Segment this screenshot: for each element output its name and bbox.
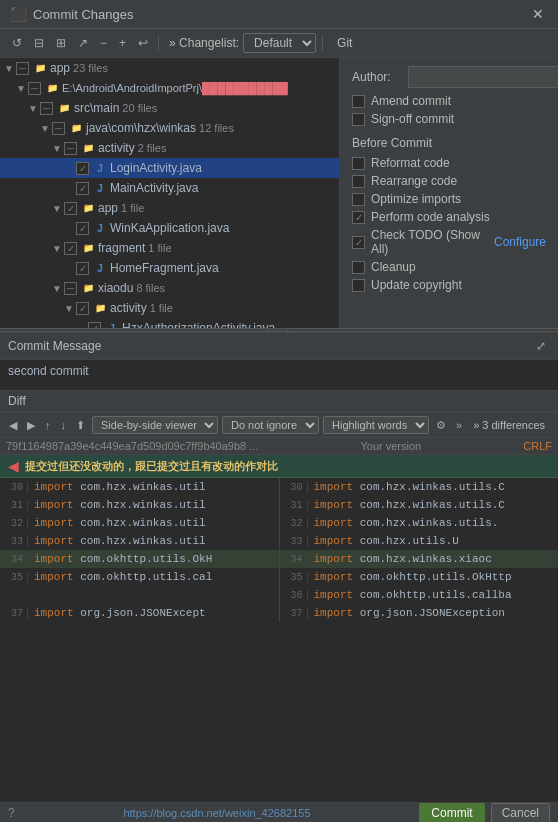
folder-icon-src: 📁 bbox=[57, 101, 71, 115]
checkbox-app1[interactable] bbox=[64, 202, 77, 215]
checkbox-activity[interactable] bbox=[64, 142, 77, 155]
checkbox-xiaodu[interactable] bbox=[64, 282, 77, 295]
cleanup-checkbox[interactable] bbox=[352, 261, 365, 274]
tree-item-app1[interactable]: ▼ 📁 app 1 file bbox=[0, 198, 339, 218]
checkbox-frag1[interactable] bbox=[64, 242, 77, 255]
folder-icon-activity: 📁 bbox=[81, 141, 95, 155]
diff-left-row-8: 37 import org.json.JSONExcept bbox=[0, 604, 279, 622]
minus-button[interactable]: − bbox=[96, 34, 111, 52]
diff-left-row-6: 35 import com.okhttp.utils.cal bbox=[0, 568, 279, 586]
tree-item-main[interactable]: J MainActivity.java bbox=[0, 178, 339, 198]
tree-item-app[interactable]: ▼ 📁 app 23 files bbox=[0, 58, 339, 78]
diff-highlight-dropdown[interactable]: Highlight words bbox=[323, 416, 429, 434]
line-num-l4: 33 bbox=[4, 536, 28, 547]
commit-message-body[interactable]: second commit bbox=[0, 360, 558, 390]
close-button[interactable]: ✕ bbox=[528, 6, 548, 22]
diff-text-r6: import com.okhttp.utils.OkHttp bbox=[314, 571, 512, 583]
folder-icon-app1: 📁 bbox=[81, 201, 95, 215]
refresh-button[interactable]: ↺ bbox=[8, 34, 26, 52]
diff-viewer-dropdown[interactable]: Side-by-side viewer bbox=[92, 416, 218, 434]
signoff-checkbox[interactable] bbox=[352, 113, 365, 126]
checkbox-home[interactable] bbox=[76, 262, 89, 275]
diff-text-l3: import com.hzx.winkas.util bbox=[34, 517, 206, 529]
window-icon: ⬛ bbox=[10, 6, 27, 22]
plus-button[interactable]: + bbox=[115, 34, 130, 52]
diff-count: » 3 differences bbox=[473, 419, 545, 431]
copyright-checkbox[interactable] bbox=[352, 279, 365, 292]
author-input[interactable] bbox=[408, 66, 558, 88]
copyright-label: Update copyright bbox=[371, 278, 462, 292]
checkbox-hzxauth[interactable] bbox=[88, 322, 101, 329]
signoff-label: Sign-off commit bbox=[371, 112, 454, 126]
window-title: Commit Changes bbox=[33, 7, 133, 22]
tree-item-android[interactable]: ▼ 📁 E:\Android\AndroidImportPrj\████████… bbox=[0, 78, 339, 98]
diff-left-panel: 30 import com.hzx.winkas.util 31 import … bbox=[0, 478, 280, 622]
commit-msg-expand-btn[interactable]: ⤢ bbox=[532, 337, 550, 355]
diff-down-btn[interactable]: ↓ bbox=[58, 418, 70, 432]
item-count-app: 23 files bbox=[73, 62, 108, 74]
move-button[interactable]: ↗ bbox=[74, 34, 92, 52]
tree-item-login[interactable]: J LoginActivity.java bbox=[0, 158, 339, 178]
line-num-l6: 35 bbox=[4, 572, 28, 583]
tree-item-home[interactable]: J HomeFragment.java bbox=[0, 258, 339, 278]
undo-button[interactable]: ↩ bbox=[134, 34, 152, 52]
annotation-arrow-3: ◀ bbox=[8, 458, 19, 474]
diff-settings-btn[interactable]: ⚙ bbox=[433, 418, 449, 433]
checkbox-main[interactable] bbox=[76, 182, 89, 195]
expand-arrow-android: ▼ bbox=[16, 83, 26, 94]
todo-checkbox[interactable] bbox=[352, 236, 365, 249]
blog-link[interactable]: https://blog.csdn.net/weixin_42682155 bbox=[123, 807, 310, 819]
tree-item-activity[interactable]: ▼ 📁 activity 2 files bbox=[0, 138, 339, 158]
checkbox-app[interactable] bbox=[16, 62, 29, 75]
amend-checkbox[interactable] bbox=[352, 95, 365, 108]
checkbox-java[interactable] bbox=[52, 122, 65, 135]
diff-content: 30 import com.hzx.winkas.util 31 import … bbox=[0, 478, 558, 622]
tree-item-xiaodu[interactable]: ▼ 📁 xiaodu 8 files bbox=[0, 278, 339, 298]
diff-more-btn[interactable]: » bbox=[453, 418, 465, 432]
changelist-dropdown[interactable]: Default bbox=[243, 33, 316, 53]
right-panel: Author: Amend commit Sign-off commit Bef… bbox=[340, 58, 558, 328]
collapse-button[interactable]: ⊟ bbox=[30, 34, 48, 52]
item-label-app1: app bbox=[98, 201, 118, 215]
diff-back-btn[interactable]: ◀ bbox=[6, 418, 20, 433]
item-count-src: 20 files bbox=[122, 102, 157, 114]
item-count-act2: 1 file bbox=[150, 302, 173, 314]
checkbox-android[interactable] bbox=[28, 82, 41, 95]
cleanup-row: Cleanup bbox=[352, 260, 546, 274]
tree-item-winka[interactable]: J WinKaApplication.java bbox=[0, 218, 339, 238]
optimize-label: Optimize imports bbox=[371, 192, 461, 206]
java-icon-hzxauth: J bbox=[105, 321, 119, 328]
line-num-l2: 31 bbox=[4, 500, 28, 511]
java-icon-login: J bbox=[93, 161, 107, 175]
help-icon[interactable]: ? bbox=[8, 806, 15, 820]
item-label-app: app bbox=[50, 61, 70, 75]
rearrange-checkbox[interactable] bbox=[352, 175, 365, 188]
rearrange-row: Rearrange code bbox=[352, 174, 546, 188]
configure-link[interactable]: Configure bbox=[494, 235, 546, 249]
java-icon-home: J bbox=[93, 261, 107, 275]
commit-button[interactable]: Commit bbox=[419, 803, 484, 823]
diff-ignore-dropdown[interactable]: Do not ignore bbox=[222, 416, 319, 434]
diff-file-right: Your version bbox=[360, 440, 421, 452]
checkbox-winka[interactable] bbox=[76, 222, 89, 235]
tree-item-fragment1[interactable]: ▼ 📁 fragment 1 file bbox=[0, 238, 339, 258]
reformat-checkbox[interactable] bbox=[352, 157, 365, 170]
cancel-button[interactable]: Cancel bbox=[491, 803, 550, 823]
checkbox-login[interactable] bbox=[76, 162, 89, 175]
tree-item-src-main[interactable]: ▼ 📁 src\main 20 files bbox=[0, 98, 339, 118]
item-count-java: 12 files bbox=[199, 122, 234, 134]
diff-export-btn[interactable]: ⬆ bbox=[73, 418, 88, 433]
checkbox-src[interactable] bbox=[40, 102, 53, 115]
diff-right-row-1: 30 import com.hzx.winkas.utils.C bbox=[280, 478, 559, 496]
analysis-checkbox[interactable] bbox=[352, 211, 365, 224]
tree-item-activity2[interactable]: ▼ 📁 activity 1 file bbox=[0, 298, 339, 318]
diff-fwd-btn[interactable]: ▶ bbox=[24, 418, 38, 433]
diff-up-btn[interactable]: ↑ bbox=[42, 418, 54, 432]
expand-arrow-xiaodu: ▼ bbox=[52, 283, 62, 294]
diff-right-row-6: 35 import com.okhttp.utils.OkHttp bbox=[280, 568, 559, 586]
cleanup-label: Cleanup bbox=[371, 260, 416, 274]
tree-item-java[interactable]: ▼ 📁 java\com\hzx\winkas 12 files bbox=[0, 118, 339, 138]
optimize-checkbox[interactable] bbox=[352, 193, 365, 206]
expand-button[interactable]: ⊞ bbox=[52, 34, 70, 52]
checkbox-act2[interactable] bbox=[76, 302, 89, 315]
